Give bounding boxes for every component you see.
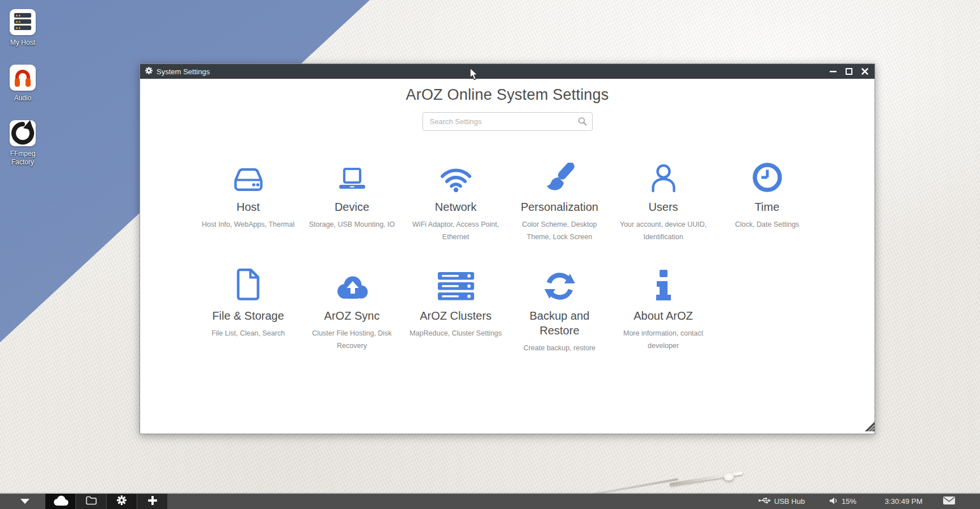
- tile-file-storage[interactable]: File & Storage File List, Clean, Search: [196, 267, 300, 354]
- desktop: My Host Audio FFmpeg Factory: [0, 0, 980, 509]
- server-icon: [404, 267, 508, 301]
- tile-subtitle: Storage, USB Mounting, IO: [303, 218, 401, 231]
- taskbar-messages-button[interactable]: [943, 494, 955, 509]
- tile-subtitle: Create backup, restore: [511, 342, 609, 354]
- taskbar: USB Hub 15% 3:30:49 PM: [0, 494, 980, 509]
- taskbar-usb-status[interactable]: USB Hub: [758, 494, 805, 509]
- tile-personalization[interactable]: Personalization Color Scheme, Desktop Th…: [508, 158, 611, 243]
- search-icon: [578, 117, 587, 128]
- info-icon: [611, 267, 715, 301]
- volume-percent: 15%: [842, 497, 856, 506]
- tile-title: Users: [623, 200, 704, 214]
- tile-title: About ArOZ: [623, 308, 704, 323]
- desktop-icon-label: My Host: [0, 39, 45, 47]
- file-icon: [196, 267, 300, 301]
- cloud-icon: [52, 495, 69, 508]
- server-rack-icon: [10, 9, 36, 35]
- tile-subtitle: WiFi Adaptor, Access Point, Ethernet: [407, 218, 505, 243]
- tile-aroz-clusters[interactable]: ArOZ Clusters MapReduce, Cluster Setting…: [404, 267, 508, 354]
- usb-icon: [758, 497, 771, 506]
- tile-host[interactable]: Host Host Info, WebApps, Thermal: [196, 158, 300, 243]
- cloud-upload-icon: [300, 267, 404, 301]
- tile-backup-restore[interactable]: Backup and Restore Create backup, restor…: [508, 267, 611, 354]
- search-box: [423, 112, 593, 131]
- system-settings-window: System Settings ArOZ Online System Setti…: [140, 63, 875, 434]
- tile-title: File & Storage: [208, 308, 289, 323]
- user-icon: [611, 158, 715, 192]
- gear-icon: [145, 66, 153, 77]
- chevron-down-icon: [20, 499, 29, 504]
- window-content: ArOZ Online System Settings: [140, 79, 875, 434]
- taskbar-app-files[interactable]: [76, 494, 106, 509]
- tile-subtitle: Color Scheme, Desktop Theme, Lock Screen: [511, 218, 609, 243]
- folder-icon: [86, 496, 97, 507]
- usb-label: USB Hub: [774, 497, 805, 506]
- desktop-icon-ffmpeg-factory[interactable]: FFmpeg Factory: [0, 120, 45, 167]
- wallpaper-twig-knot: [724, 473, 734, 481]
- desktop-icon-audio[interactable]: Audio: [0, 65, 45, 103]
- tile-time[interactable]: Time Clock, Date Settings: [715, 158, 819, 243]
- tile-subtitle: Clock, Date Settings: [719, 218, 816, 231]
- speaker-icon: [830, 497, 838, 506]
- tile-title: ArOZ Clusters: [416, 308, 496, 323]
- tile-title: Personalization: [519, 200, 600, 214]
- close-button[interactable]: [860, 66, 870, 77]
- headphones-icon: [10, 65, 36, 91]
- tile-device[interactable]: Device Storage, USB Mounting, IO: [300, 158, 404, 243]
- wifi-icon: [404, 158, 508, 192]
- refresh-icon: [508, 267, 611, 301]
- tile-subtitle: File List, Clean, Search: [200, 327, 297, 340]
- tile-users[interactable]: Users Your account, device UUID, Identif…: [611, 158, 715, 243]
- tile-title: Host: [208, 200, 289, 214]
- taskbar-add-button[interactable]: [137, 494, 167, 509]
- desktop-icon-my-host[interactable]: My Host: [0, 9, 45, 47]
- taskbar-app-cloud[interactable]: [45, 494, 75, 509]
- taskbar-app-settings[interactable]: [107, 494, 137, 509]
- tile-subtitle: More information, contact developer: [615, 327, 712, 352]
- envelope-icon: [943, 497, 955, 506]
- tile-aroz-sync[interactable]: ArOZ Sync Cluster File Hosting, Disk Rec…: [300, 267, 404, 354]
- tile-subtitle: Your account, device UUID, Identificatio…: [615, 218, 712, 243]
- window-titlebar[interactable]: System Settings: [140, 64, 875, 79]
- window-title: System Settings: [157, 67, 210, 76]
- search-input[interactable]: [423, 112, 593, 131]
- tile-title: Time: [727, 200, 808, 214]
- tile-title: Network: [416, 200, 496, 214]
- clock-text: 3:30:49 PM: [885, 497, 923, 506]
- tile-subtitle: Host Info, WebApps, Thermal: [200, 218, 297, 231]
- taskbar-volume-status[interactable]: 15%: [830, 494, 856, 509]
- tile-about-aroz[interactable]: About ArOZ More information, contact dev…: [611, 267, 715, 354]
- tile-title: Backup and Restore: [519, 308, 600, 338]
- laptop-icon: [300, 158, 404, 192]
- tile-network[interactable]: Network WiFi Adaptor, Access Point, Ethe…: [404, 158, 508, 243]
- clock-icon: [715, 158, 819, 192]
- page-title: ArOZ Online System Settings: [140, 86, 875, 104]
- minimize-button[interactable]: [828, 66, 838, 77]
- window-resize-handle[interactable]: [865, 422, 875, 434]
- maximize-button[interactable]: [844, 66, 854, 77]
- plus-icon: [148, 496, 157, 507]
- tile-subtitle: Cluster File Hosting, Disk Recovery: [303, 327, 401, 352]
- taskbar-menu-button[interactable]: [16, 494, 34, 509]
- circular-arrow-icon: [10, 120, 36, 146]
- desktop-icon-label: FFmpeg Factory: [0, 150, 45, 167]
- desktop-icon-label: Audio: [0, 94, 45, 103]
- gear-icon: [117, 495, 126, 507]
- tile-title: Device: [312, 200, 392, 214]
- tile-title: ArOZ Sync: [312, 308, 392, 323]
- taskbar-clock: 3:30:49 PM: [885, 494, 923, 509]
- paint-brush-icon: [508, 158, 611, 192]
- hdd-icon: [196, 158, 300, 192]
- tile-subtitle: MapReduce, Cluster Settings: [407, 327, 505, 340]
